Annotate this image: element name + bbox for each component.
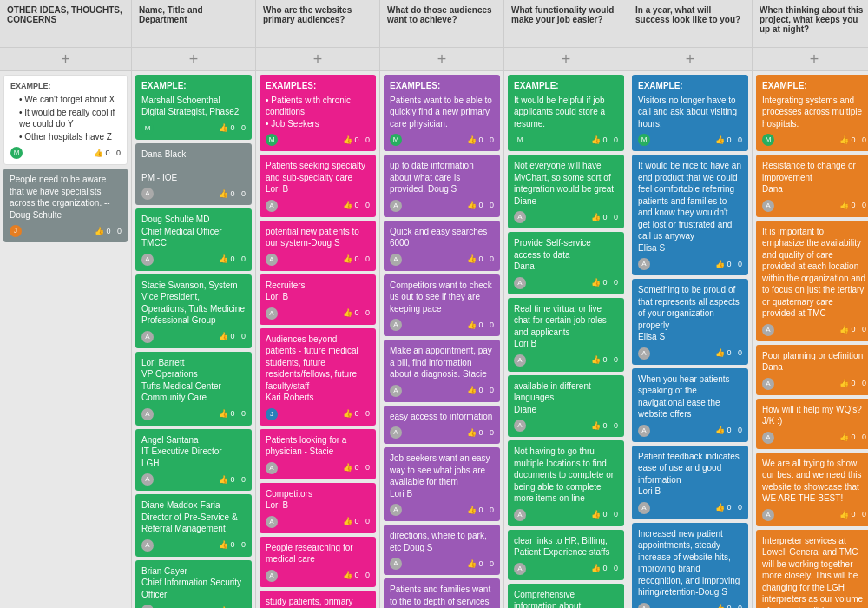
card-1-1[interactable]: Dana Black PM - IOEA👍 0 0	[135, 143, 252, 206]
vote-area[interactable]: 👍 0 0	[343, 307, 370, 318]
vote-area[interactable]: 👍 0 0	[591, 277, 618, 287]
card-3-2[interactable]: Quick and easy searches 6000A👍 0 0	[384, 221, 500, 271]
vote-area[interactable]: 👍 0 0	[839, 509, 866, 519]
card-5-0[interactable]: EXAMPLE:Visitors no longer have to call …	[632, 75, 748, 151]
vote-area[interactable]: 👍 0 0	[467, 254, 494, 264]
card-0-1[interactable]: People need to be aware that we have spe…	[3, 169, 128, 242]
card-2-7[interactable]: People researching for medical careA👍 0 …	[260, 537, 376, 587]
vote-area[interactable]: 👍 0 0	[839, 432, 866, 442]
card-3-8[interactable]: Patients and families want to the to dep…	[384, 578, 500, 608]
card-5-2[interactable]: Something to be proud of that represents…	[632, 279, 748, 365]
card-5-4[interactable]: Patient feedback indicates ease of use a…	[632, 446, 748, 519]
vote-area[interactable]: 👍 0 0	[343, 570, 370, 580]
vote-area[interactable]: 👍 0 0	[467, 505, 494, 515]
column-add-3[interactable]: +	[380, 48, 503, 71]
vote-area[interactable]: 👍 0 0	[467, 320, 494, 330]
card-1-6[interactable]: Diane Maddox-Faria Director of Pre-Servi…	[135, 494, 252, 557]
card-5-1[interactable]: It would be nice to have an end product …	[632, 155, 748, 275]
card-4-4[interactable]: available in different languages DianeA👍…	[508, 375, 624, 438]
card-1-0[interactable]: EXAMPLE:Marshall Schoenthal Digital Stra…	[135, 75, 252, 140]
card-4-5[interactable]: Not having to go thru multiple locations…	[508, 440, 624, 526]
vote-area[interactable]: 👍 0 0	[715, 347, 742, 358]
vote-area[interactable]: 👍 0 0	[715, 259, 742, 269]
card-5-5[interactable]: Increased new patient appointments, stea…	[632, 523, 748, 609]
card-3-6[interactable]: Job seekers want an easy way to see what…	[384, 447, 500, 521]
vote-area[interactable]: 👍 0 0	[591, 135, 618, 145]
vote-area[interactable]: 👍 0 0	[467, 427, 494, 438]
vote-area[interactable]: 👍 0 0	[219, 474, 246, 485]
card-1-4[interactable]: Lori Barrett VP Operations Tufts Medical…	[135, 352, 252, 426]
vote-area[interactable]: 👍 0 0	[591, 354, 618, 365]
card-4-7[interactable]: Comprehensive information about provider…	[508, 584, 624, 609]
vote-area[interactable]: 👍 0 0	[343, 516, 370, 526]
vote-area[interactable]: 👍 0 0	[343, 408, 370, 419]
vote-area[interactable]: 👍 0 0	[94, 148, 121, 158]
card-3-4[interactable]: Make an appointment, pay a bill, find in…	[384, 340, 500, 402]
vote-area[interactable]: 👍 0 0	[467, 385, 494, 395]
vote-area[interactable]: 👍 0 0	[343, 135, 370, 145]
card-2-0[interactable]: EXAMPLES:• Patients with chronic conditi…	[260, 75, 376, 151]
card-3-1[interactable]: up to date information about what care i…	[384, 155, 500, 217]
card-4-6[interactable]: clear links to HR, Billing, Patient Expe…	[508, 530, 624, 580]
vote-area[interactable]: 👍 0 0	[219, 188, 246, 199]
card-6-5[interactable]: We are all trying to show our best and w…	[756, 453, 868, 526]
vote-area[interactable]: 👍 0 0	[219, 539, 246, 550]
vote-area[interactable]: 👍 0 0	[839, 324, 866, 334]
card-4-2[interactable]: Provide Self-service access to data Dana…	[508, 232, 624, 294]
card-3-3[interactable]: Competitors want to check us out to see …	[384, 274, 500, 337]
card-6-2[interactable]: It is important to emphasize the availab…	[756, 221, 868, 341]
vote-area[interactable]: 👍 0 0	[591, 420, 618, 431]
vote-area[interactable]: 👍 0 0	[715, 502, 742, 512]
card-3-0[interactable]: EXAMPLES:Patients want to be able to qui…	[384, 75, 500, 151]
vote-area[interactable]: 👍 0 0	[219, 254, 246, 264]
card-5-3[interactable]: When you hear patients speaking of the n…	[632, 368, 748, 442]
card-6-1[interactable]: Resistance to change or improvement Dana…	[756, 155, 868, 217]
card-2-3[interactable]: Recruiters Lori BA👍 0 0	[260, 274, 376, 325]
card-2-2[interactable]: potential new patients to our system-Dou…	[260, 221, 376, 271]
card-0-0[interactable]: EXAMPLE:• We can't forget about X• It wo…	[3, 75, 128, 165]
column-add-5[interactable]: +	[628, 48, 752, 71]
vote-area[interactable]: 👍 0 0	[591, 563, 618, 573]
vote-area[interactable]: 👍 0 0	[343, 200, 370, 210]
card-2-4[interactable]: Audiences beyond patients - future medic…	[260, 328, 376, 426]
card-6-6[interactable]: Interpreter services at Lowell General a…	[756, 530, 868, 609]
card-2-8[interactable]: study patients, primary care patients, s…	[260, 591, 376, 609]
vote-area[interactable]: 👍 0 0	[591, 212, 618, 222]
vote-area[interactable]: 👍 0 0	[715, 603, 742, 608]
vote-area[interactable]: 👍 0 0	[95, 226, 122, 236]
card-2-5[interactable]: Patients looking for a physician - Staci…	[260, 429, 376, 479]
vote-area[interactable]: 👍 0 0	[219, 122, 246, 133]
card-4-0[interactable]: EXAMPLE:It would be helpful if job appli…	[508, 75, 624, 151]
vote-area[interactable]: 👍 0 0	[219, 331, 246, 341]
vote-area[interactable]: 👍 0 0	[467, 135, 494, 145]
card-2-6[interactable]: Competitors Lori BA👍 0 0	[260, 483, 376, 533]
vote-area[interactable]: 👍 0 0	[467, 558, 494, 569]
card-3-5[interactable]: easy access to informationA👍 0 0	[384, 406, 500, 445]
column-add-1[interactable]: +	[132, 48, 255, 71]
vote-area[interactable]: 👍 0 0	[467, 200, 494, 210]
vote-area[interactable]: 👍 0 0	[839, 378, 866, 388]
vote-area[interactable]: 👍 0 0	[343, 462, 370, 473]
card-1-3[interactable]: Stacie Swanson, System Vice President, O…	[135, 274, 252, 348]
card-1-2[interactable]: Doug Schulte MD Chief Medical Officer TM…	[135, 208, 252, 271]
vote-area[interactable]: 👍 0 0	[343, 254, 370, 264]
card-3-7[interactable]: directions, where to park, etc Doug SA👍 …	[384, 525, 500, 575]
column-add-0[interactable]: +	[0, 48, 131, 71]
card-4-3[interactable]: Real time virtual or live chat for certa…	[508, 298, 624, 372]
card-6-4[interactable]: How will it help my WQ's? J/K :)A👍 0 0	[756, 399, 868, 449]
card-4-1[interactable]: Not everyone will have MyChart, so some …	[508, 155, 624, 228]
vote-area[interactable]: 👍 0 0	[219, 408, 246, 419]
card-6-0[interactable]: EXAMPLE:Integrating systems and processe…	[756, 75, 868, 151]
card-1-7[interactable]: Brian Cayer Chief Information Security O…	[135, 560, 252, 609]
column-add-6[interactable]: +	[753, 48, 868, 71]
card-6-3[interactable]: Poor planning or definition DanaA👍 0 0	[756, 345, 868, 395]
column-add-4[interactable]: +	[504, 48, 628, 71]
column-add-2[interactable]: +	[256, 48, 379, 71]
vote-area[interactable]: 👍 0 0	[591, 509, 618, 519]
vote-area[interactable]: 👍 0 0	[715, 135, 742, 145]
vote-area[interactable]: 👍 0 0	[715, 425, 742, 435]
card-1-5[interactable]: Angel Santana IT Executive Director LGHA…	[135, 429, 252, 492]
card-2-1[interactable]: Patients seeking specialty and sub-speci…	[260, 155, 376, 217]
vote-area[interactable]: 👍 0 0	[839, 135, 866, 145]
vote-area[interactable]: 👍 0 0	[839, 200, 866, 210]
